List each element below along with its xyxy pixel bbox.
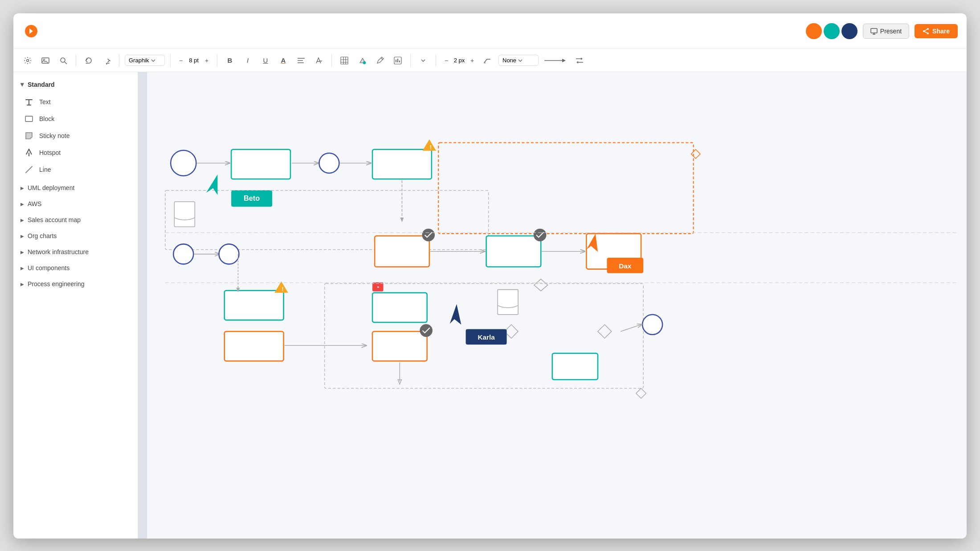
- svg-point-2: [927, 32, 929, 34]
- redo-button[interactable]: [99, 53, 114, 68]
- svg-text:Beto: Beto: [244, 194, 260, 202]
- svg-rect-43: [174, 202, 195, 227]
- table-button[interactable]: [337, 53, 351, 68]
- sidebar: ▶ Standard Text: [13, 72, 138, 539]
- sidebar-item-block-label: Block: [39, 115, 54, 122]
- sidebar-item-sticky-note[interactable]: Sticky note: [13, 127, 138, 144]
- svg-point-9: [61, 58, 65, 62]
- search-button[interactable]: [56, 53, 70, 68]
- fill-button[interactable]: [355, 53, 369, 68]
- swap-button[interactable]: [572, 53, 587, 68]
- line-width-control: − 2 px +: [441, 56, 477, 65]
- chevron-right-icon-7: ▶: [20, 282, 24, 287]
- line-style-button[interactable]: [481, 53, 495, 68]
- org-label: Org charts: [28, 232, 57, 239]
- divider-6: [410, 54, 411, 67]
- font-size-minus-button[interactable]: −: [176, 56, 186, 65]
- sidebar-section-ui[interactable]: ▶ UI components: [13, 260, 138, 276]
- main-content: ▶ Standard Text: [13, 72, 967, 539]
- svg-point-72: [420, 324, 433, 337]
- avatar-orange: [806, 23, 822, 39]
- sidebar-item-line[interactable]: Line: [13, 161, 138, 178]
- align-icon: [298, 57, 305, 64]
- pen-button[interactable]: [373, 53, 387, 68]
- image-button[interactable]: [38, 53, 53, 68]
- divider-3: [170, 54, 171, 67]
- sidebar-section-org[interactable]: ▶ Org charts: [13, 228, 138, 244]
- svg-rect-33: [231, 150, 290, 179]
- canvas-area[interactable]: ! Beto: [138, 72, 967, 539]
- line-width-value: 2 px: [453, 57, 466, 64]
- svg-line-4: [925, 29, 927, 31]
- hotspot-icon: [24, 148, 34, 158]
- undo-button[interactable]: [82, 53, 96, 68]
- swap-icon: [576, 57, 584, 64]
- svg-rect-61: [225, 291, 284, 320]
- align-button[interactable]: [294, 53, 308, 68]
- share-icon: [923, 28, 930, 35]
- underline-button[interactable]: U: [258, 53, 273, 68]
- svg-rect-66: [225, 332, 284, 361]
- fill-icon: [358, 57, 366, 65]
- sidebar-section-network[interactable]: ▶ Network infrastructure: [13, 244, 138, 260]
- divider-5: [331, 54, 332, 67]
- settings-button[interactable]: [20, 53, 35, 68]
- arrow-button[interactable]: [542, 53, 569, 68]
- sidebar-item-block[interactable]: Block: [13, 110, 138, 127]
- text-align-button[interactable]: [312, 53, 326, 68]
- logo[interactable]: [22, 22, 40, 40]
- present-button[interactable]: Present: [863, 24, 909, 39]
- chevron-icon: ▶: [20, 83, 25, 86]
- search-icon: [59, 57, 67, 65]
- table-icon: [340, 57, 348, 65]
- avatar-teal: [824, 23, 840, 39]
- extra-options-button[interactable]: [416, 53, 430, 68]
- bold-button[interactable]: B: [223, 53, 237, 68]
- svg-point-50: [219, 244, 239, 264]
- svg-rect-83: [552, 353, 598, 380]
- line-width-plus-button[interactable]: +: [467, 56, 477, 65]
- aws-label: AWS: [28, 200, 41, 207]
- text-icon: [24, 97, 34, 107]
- pen-icon: [376, 57, 384, 65]
- svg-rect-27: [25, 116, 33, 122]
- font-color-button[interactable]: A: [276, 53, 290, 68]
- svg-point-8: [44, 59, 45, 60]
- ui-label: UI components: [28, 264, 69, 271]
- share-button[interactable]: Share: [915, 24, 958, 38]
- font-size-value: 8 pt: [188, 57, 200, 64]
- end-cap-value: None: [502, 57, 516, 64]
- divider-1: [76, 54, 76, 67]
- present-icon: [870, 28, 878, 35]
- extra-button[interactable]: [391, 53, 405, 68]
- svg-point-35: [319, 153, 339, 173]
- font-family-select[interactable]: Graphik: [125, 55, 165, 66]
- svg-rect-0: [871, 28, 877, 33]
- sidebar-item-text[interactable]: Text: [13, 93, 138, 110]
- standard-section-header[interactable]: ▶ Standard: [13, 77, 138, 92]
- sidebar-item-hotspot[interactable]: Hotspot: [13, 144, 138, 161]
- chevron-right-icon-5: ▶: [20, 250, 24, 255]
- svg-rect-70: [372, 293, 427, 322]
- sidebar-item-sticky-note-label: Sticky note: [39, 132, 69, 139]
- chevron-right-icon: ▶: [20, 186, 24, 190]
- scroll-indicator: [138, 72, 147, 539]
- line-width-minus-button[interactable]: −: [441, 56, 451, 65]
- svg-text:Karla: Karla: [478, 333, 495, 341]
- image-icon: [41, 57, 49, 65]
- chevron-right-icon-4: ▶: [20, 234, 24, 239]
- svg-point-48: [173, 244, 193, 264]
- sidebar-section-uml[interactable]: ▶ UML deployment: [13, 180, 138, 196]
- sidebar-section-aws[interactable]: ▶ AWS: [13, 196, 138, 212]
- line-corner-icon: [483, 57, 492, 64]
- end-cap-select[interactable]: None: [498, 55, 539, 66]
- diagram-canvas[interactable]: ! Beto: [147, 72, 967, 527]
- sidebar-item-line-label: Line: [39, 166, 51, 173]
- sidebar-section-process[interactable]: ▶ Process engineering: [13, 276, 138, 292]
- sidebar-section-sales[interactable]: ▶ Sales account map: [13, 212, 138, 228]
- font-size-plus-button[interactable]: +: [202, 56, 212, 65]
- undo-icon: [85, 57, 93, 65]
- chevron-down-icon-2: [518, 59, 523, 62]
- svg-point-55: [534, 229, 547, 242]
- italic-button[interactable]: I: [241, 53, 255, 68]
